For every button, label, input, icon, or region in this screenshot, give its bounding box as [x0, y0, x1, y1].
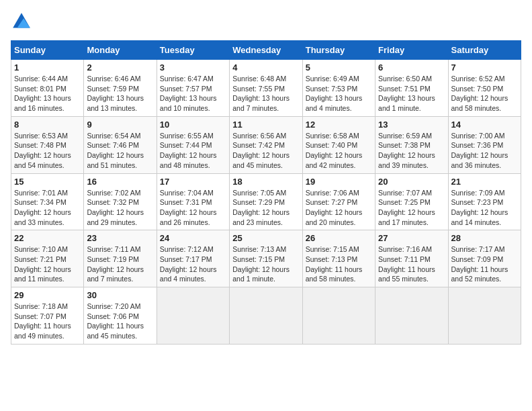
header-friday: Friday — [375, 41, 448, 60]
calendar-cell: 16Sunrise: 7:02 AMSunset: 7:32 PMDayligh… — [84, 173, 157, 230]
day-number: 5 — [306, 62, 372, 73]
calendar-cell: 7Sunrise: 6:52 AMSunset: 7:50 PMDaylight… — [448, 60, 521, 117]
calendar-cell: 14Sunrise: 7:00 AMSunset: 7:36 PMDayligh… — [448, 116, 521, 173]
day-detail: Sunrise: 7:01 AMSunset: 7:34 PMDaylight:… — [14, 188, 81, 228]
calendar-cell: 1Sunrise: 6:44 AMSunset: 8:01 PMDaylight… — [11, 60, 84, 117]
day-detail: Sunrise: 6:50 AMSunset: 7:51 PMDaylight:… — [378, 74, 445, 113]
calendar-cell — [302, 287, 375, 345]
day-number: 28 — [451, 233, 518, 243]
calendar-cell: 20Sunrise: 7:07 AMSunset: 7:25 PMDayligh… — [375, 173, 448, 230]
day-number: 13 — [378, 120, 445, 130]
day-number: 14 — [451, 120, 518, 130]
calendar-week-4: 22Sunrise: 7:10 AMSunset: 7:21 PMDayligh… — [11, 230, 521, 287]
calendar-cell: 23Sunrise: 7:11 AMSunset: 7:19 PMDayligh… — [84, 230, 157, 287]
day-detail: Sunrise: 7:15 AMSunset: 7:13 PMDaylight:… — [306, 244, 372, 284]
day-detail: Sunrise: 7:09 AMSunset: 7:23 PMDaylight:… — [451, 188, 518, 228]
calendar-cell: 26Sunrise: 7:15 AMSunset: 7:13 PMDayligh… — [302, 230, 375, 287]
logo-icon — [11, 11, 32, 32]
day-number: 21 — [451, 177, 518, 187]
calendar-cell: 13Sunrise: 6:59 AMSunset: 7:38 PMDayligh… — [375, 116, 448, 173]
calendar-cell: 5Sunrise: 6:49 AMSunset: 7:53 PMDaylight… — [302, 60, 375, 117]
calendar-cell: 29Sunrise: 7:18 AMSunset: 7:07 PMDayligh… — [11, 287, 84, 345]
calendar-cell: 4Sunrise: 6:48 AMSunset: 7:55 PMDaylight… — [230, 60, 302, 117]
day-detail: Sunrise: 6:46 AMSunset: 7:59 PMDaylight:… — [87, 74, 153, 113]
calendar-cell: 28Sunrise: 7:17 AMSunset: 7:09 PMDayligh… — [448, 230, 521, 287]
day-detail: Sunrise: 7:18 AMSunset: 7:07 PMDaylight:… — [14, 302, 81, 341]
day-detail: Sunrise: 7:02 AMSunset: 7:32 PMDaylight:… — [87, 188, 153, 228]
day-detail: Sunrise: 7:07 AMSunset: 7:25 PMDaylight:… — [378, 188, 445, 228]
day-number: 12 — [306, 120, 372, 130]
logo — [11, 11, 35, 32]
calendar-cell: 25Sunrise: 7:13 AMSunset: 7:15 PMDayligh… — [230, 230, 302, 287]
calendar-header-row: SundayMondayTuesdayWednesdayThursdayFrid… — [11, 41, 521, 60]
day-number: 10 — [160, 120, 226, 130]
day-number: 6 — [378, 62, 445, 73]
day-detail: Sunrise: 7:10 AMSunset: 7:21 PMDaylight:… — [14, 244, 81, 284]
day-number: 1 — [14, 62, 81, 73]
calendar-week-3: 15Sunrise: 7:01 AMSunset: 7:34 PMDayligh… — [11, 173, 521, 230]
calendar-cell — [230, 287, 302, 345]
day-detail: Sunrise: 6:53 AMSunset: 7:48 PMDaylight:… — [14, 131, 81, 171]
calendar-cell: 19Sunrise: 7:06 AMSunset: 7:27 PMDayligh… — [302, 173, 375, 230]
day-number: 3 — [160, 62, 226, 73]
calendar-week-5: 29Sunrise: 7:18 AMSunset: 7:07 PMDayligh… — [11, 287, 521, 345]
day-detail: Sunrise: 7:13 AMSunset: 7:15 PMDaylight:… — [232, 244, 299, 284]
calendar-cell: 30Sunrise: 7:20 AMSunset: 7:06 PMDayligh… — [84, 287, 157, 345]
day-number: 18 — [232, 177, 299, 187]
day-detail: Sunrise: 7:17 AMSunset: 7:09 PMDaylight:… — [451, 244, 518, 284]
day-detail: Sunrise: 6:55 AMSunset: 7:44 PMDaylight:… — [160, 131, 226, 171]
day-number: 9 — [87, 120, 153, 130]
calendar-cell: 15Sunrise: 7:01 AMSunset: 7:34 PMDayligh… — [11, 173, 84, 230]
day-detail: Sunrise: 6:56 AMSunset: 7:42 PMDaylight:… — [232, 131, 299, 171]
day-detail: Sunrise: 6:48 AMSunset: 7:55 PMDaylight:… — [232, 74, 299, 113]
day-detail: Sunrise: 6:59 AMSunset: 7:38 PMDaylight:… — [378, 131, 445, 171]
header-sunday: Sunday — [11, 41, 84, 60]
calendar-cell: 27Sunrise: 7:16 AMSunset: 7:11 PMDayligh… — [375, 230, 448, 287]
calendar-cell: 8Sunrise: 6:53 AMSunset: 7:48 PMDaylight… — [11, 116, 84, 173]
day-detail: Sunrise: 6:47 AMSunset: 7:57 PMDaylight:… — [160, 74, 226, 113]
day-detail: Sunrise: 6:52 AMSunset: 7:50 PMDaylight:… — [451, 74, 518, 113]
day-detail: Sunrise: 6:49 AMSunset: 7:53 PMDaylight:… — [306, 74, 372, 113]
calendar-cell — [375, 287, 448, 345]
calendar-cell: 6Sunrise: 6:50 AMSunset: 7:51 PMDaylight… — [375, 60, 448, 117]
calendar-cell: 10Sunrise: 6:55 AMSunset: 7:44 PMDayligh… — [157, 116, 229, 173]
calendar-cell: 3Sunrise: 6:47 AMSunset: 7:57 PMDaylight… — [157, 60, 229, 117]
calendar-cell: 12Sunrise: 6:58 AMSunset: 7:40 PMDayligh… — [302, 116, 375, 173]
day-detail: Sunrise: 7:04 AMSunset: 7:31 PMDaylight:… — [160, 188, 226, 228]
day-detail: Sunrise: 7:06 AMSunset: 7:27 PMDaylight:… — [306, 188, 372, 228]
day-number: 27 — [378, 233, 445, 243]
header-saturday: Saturday — [448, 41, 521, 60]
day-detail: Sunrise: 7:11 AMSunset: 7:19 PMDaylight:… — [87, 244, 153, 284]
day-number: 29 — [14, 290, 81, 300]
calendar-cell: 18Sunrise: 7:05 AMSunset: 7:29 PMDayligh… — [230, 173, 302, 230]
day-number: 20 — [378, 177, 445, 187]
day-detail: Sunrise: 7:00 AMSunset: 7:36 PMDaylight:… — [451, 131, 518, 171]
day-number: 17 — [160, 177, 226, 187]
header-wednesday: Wednesday — [230, 41, 302, 60]
calendar-cell: 24Sunrise: 7:12 AMSunset: 7:17 PMDayligh… — [157, 230, 229, 287]
calendar-week-2: 8Sunrise: 6:53 AMSunset: 7:48 PMDaylight… — [11, 116, 521, 173]
calendar-cell: 11Sunrise: 6:56 AMSunset: 7:42 PMDayligh… — [230, 116, 302, 173]
calendar-week-1: 1Sunrise: 6:44 AMSunset: 8:01 PMDaylight… — [11, 60, 521, 117]
calendar-cell — [448, 287, 521, 345]
day-number: 7 — [451, 62, 518, 73]
day-detail: Sunrise: 7:16 AMSunset: 7:11 PMDaylight:… — [378, 244, 445, 284]
header — [11, 11, 521, 32]
header-thursday: Thursday — [302, 41, 375, 60]
calendar-cell: 9Sunrise: 6:54 AMSunset: 7:46 PMDaylight… — [84, 116, 157, 173]
header-tuesday: Tuesday — [157, 41, 229, 60]
calendar-cell: 21Sunrise: 7:09 AMSunset: 7:23 PMDayligh… — [448, 173, 521, 230]
day-number: 30 — [87, 290, 153, 300]
day-detail: Sunrise: 6:54 AMSunset: 7:46 PMDaylight:… — [87, 131, 153, 171]
day-number: 26 — [306, 233, 372, 243]
calendar-table: SundayMondayTuesdayWednesdayThursdayFrid… — [11, 40, 521, 345]
calendar-cell — [157, 287, 229, 345]
day-detail: Sunrise: 7:05 AMSunset: 7:29 PMDaylight:… — [232, 188, 299, 228]
day-detail: Sunrise: 6:44 AMSunset: 8:01 PMDaylight:… — [14, 74, 81, 113]
calendar-cell: 2Sunrise: 6:46 AMSunset: 7:59 PMDaylight… — [84, 60, 157, 117]
day-number: 11 — [232, 120, 299, 130]
day-number: 25 — [232, 233, 299, 243]
day-number: 19 — [306, 177, 372, 187]
day-number: 4 — [232, 62, 299, 73]
day-number: 2 — [87, 62, 153, 73]
